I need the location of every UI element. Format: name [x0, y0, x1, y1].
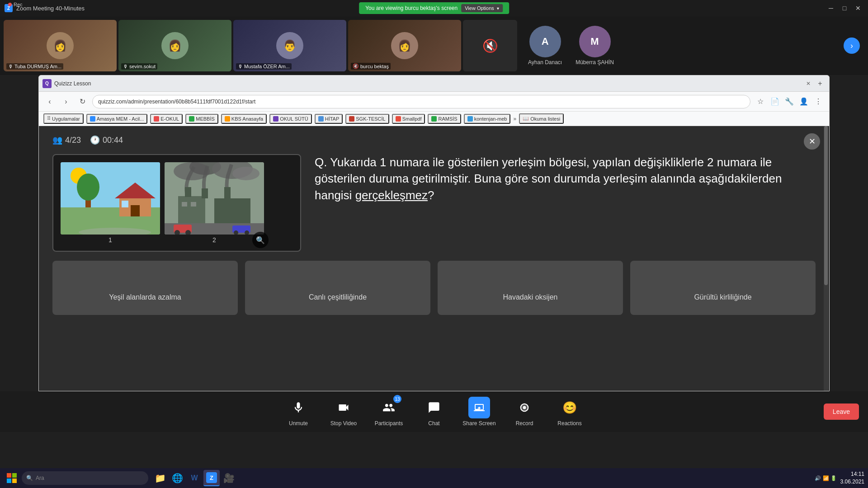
svg-rect-20: [182, 202, 187, 206]
taskbar-word[interactable]: W: [186, 470, 203, 486]
system-clock: 14:11 3.06.2021: [840, 470, 864, 486]
system-time: 14:11: [851, 470, 864, 478]
scrollbar-track[interactable]: [824, 126, 828, 391]
chat-label: Chat: [428, 420, 439, 427]
bookmark-mebbis[interactable]: MEBBİS: [185, 114, 218, 124]
bookmark-eokul[interactable]: E-OKUL: [150, 114, 183, 124]
stop-video-control[interactable]: Stop Video: [326, 397, 362, 427]
quiz-close-button[interactable]: ✕: [804, 133, 820, 150]
windows-start-button[interactable]: [4, 470, 20, 486]
chevron-down-icon: ▾: [497, 6, 499, 11]
participant-name-sevim: 🎙 sevim.sokut: [121, 63, 157, 70]
avatar-area: A Ayhan Danacı M Müberra ŞAHİN: [519, 26, 842, 66]
rec-dot: [8, 3, 12, 6]
participants-badge: 13: [393, 395, 401, 403]
answer-card-3[interactable]: Havadaki oksijen: [438, 261, 623, 315]
participant-name-mustafa: 🎙 Mustafa ÖZER Am...: [236, 63, 292, 70]
zoom-bottom-bar: Unmute Stop Video 13 Participants Chat: [0, 391, 868, 432]
bookmark-kbs[interactable]: KBS Anasayfa: [221, 114, 267, 124]
taskbar-browser[interactable]: 🌐: [169, 470, 185, 486]
taskbar-zoom[interactable]: Z: [203, 470, 220, 486]
stop-video-label: Stop Video: [330, 420, 357, 427]
quiz-image-section: 1: [52, 154, 301, 252]
mic-icon: 🎙: [8, 64, 13, 69]
unmute-label: Unmute: [289, 420, 308, 427]
quiz-timer: 🕐 00:44: [90, 135, 123, 145]
svg-rect-7: [131, 205, 140, 216]
reactions-icon: 😊: [559, 397, 580, 418]
browser-reload-button[interactable]: ↻: [76, 95, 89, 108]
bookmarks-bar: ⠿ Uygulamalar Amasya MEM - Acil... E-OKU…: [39, 112, 829, 126]
bookmark-icon-ramsis: [431, 116, 437, 122]
chat-icon: [423, 397, 445, 418]
record-control[interactable]: Record: [506, 397, 542, 427]
view-options-button[interactable]: View Options ▾: [461, 4, 503, 12]
svg-rect-15: [178, 196, 205, 223]
browser-menu-button[interactable]: ⋮: [812, 95, 825, 108]
bookmarks-more-button[interactable]: »: [513, 116, 516, 122]
maximize-button[interactable]: □: [839, 3, 850, 14]
bookmark-ramsis[interactable]: RAMSİS: [428, 114, 461, 124]
participants-count: 👥 4/23: [52, 135, 81, 145]
participants-control[interactable]: 13 Participants: [371, 397, 407, 427]
viewing-text: You are viewing burcu bektaş's screen: [365, 5, 458, 11]
taskbar-icons: 📁 🌐 W Z 🎥: [152, 470, 237, 486]
windows-taskbar: 🔍 Ara 📁 🌐 W Z 🎥 🔊 📶 🔋 14:11 3.06.2021: [0, 468, 868, 488]
participants-icon: 13: [378, 397, 400, 418]
reading-list-icon: 📖: [523, 116, 529, 122]
browser-address-bar[interactable]: quizziz.com/admin/presentation/60b8b5411…: [92, 95, 750, 108]
browser-profile-button[interactable]: 👤: [797, 95, 810, 108]
zoom-in-button[interactable]: 🔍: [252, 232, 269, 248]
answer-card-1[interactable]: Yeşil alanlarda azalma: [52, 261, 238, 315]
image-label-2: 2: [165, 236, 264, 244]
participants-svg-icon: [382, 401, 395, 414]
browser-new-tab-button[interactable]: +: [815, 78, 826, 89]
zoom-titlebar: Z Zoom Meeting 40-Minutes You are viewin…: [0, 0, 868, 16]
answer-card-2[interactable]: Canlı çeşitliliğinde: [245, 261, 430, 315]
browser-back-button[interactable]: ‹: [43, 95, 56, 108]
video-tile-sevim: 👩 🎙 sevim.sokut: [118, 20, 231, 71]
industrial-svg: [165, 162, 264, 235]
windows-search-bar[interactable]: 🔍 Ara: [22, 471, 148, 485]
browser-pdf-button[interactable]: 📄: [769, 95, 781, 108]
answer-text-1: Yeşil alanlarda azalma: [109, 293, 181, 301]
chat-control[interactable]: Chat: [416, 397, 452, 427]
answer-card-4[interactable]: Gürültü kirliliğinde: [630, 261, 816, 315]
nature-image: [61, 162, 160, 235]
browser-favicon-icon: Q: [42, 79, 52, 88]
browser-extensions-button[interactable]: 🔧: [783, 95, 796, 108]
quiz-content: 👥 4/23 🕐 00:44 ✕: [39, 126, 829, 391]
browser-bookmark-button[interactable]: ☆: [754, 95, 767, 108]
bookmark-amasya[interactable]: Amasya MEM - Acil...: [86, 114, 148, 124]
industrial-image: [165, 162, 264, 235]
browser-forward-button[interactable]: ›: [60, 95, 72, 108]
leave-button[interactable]: Leave: [824, 404, 859, 420]
scrollbar-thumb[interactable]: [824, 126, 828, 285]
bookmark-smallpdf[interactable]: Smallpdf: [392, 114, 425, 124]
unmute-control[interactable]: Unmute: [280, 397, 316, 427]
taskbar-camera[interactable]: 🎥: [221, 470, 237, 486]
answer-options: Yeşil alanlarda azalma Canlı çeşitliliği…: [52, 261, 816, 315]
count-text: 4/23: [65, 136, 81, 145]
taskbar-file-explorer[interactable]: 📁: [152, 470, 168, 486]
bookmark-okuma[interactable]: 📖 Okuma listesi: [519, 113, 564, 124]
bookmark-kontenjan[interactable]: kontenjan-meb: [464, 114, 511, 124]
share-screen-control[interactable]: Share Screen: [461, 397, 497, 427]
minimize-button[interactable]: ─: [826, 3, 836, 14]
stop-video-icon: [333, 397, 354, 418]
next-participant-button[interactable]: ›: [844, 38, 860, 54]
bookmark-sgk[interactable]: SGK-TESCİL: [345, 114, 389, 124]
answer-text-4: Gürültü kirliliğinde: [694, 293, 751, 301]
svg-point-31: [523, 406, 526, 409]
browser-window: Q Quizizz Lesson ✕ + ‹ › ↻ quizziz.com/a…: [38, 75, 830, 391]
reactions-control[interactable]: 😊 Reactions: [552, 397, 588, 427]
bookmark-apps[interactable]: ⠿ Uygulamalar: [43, 113, 84, 124]
close-button[interactable]: ✕: [853, 3, 863, 14]
window-controls: ─ □ ✕: [826, 3, 863, 14]
browser-tab-close-button[interactable]: ✕: [805, 80, 812, 87]
svg-rect-33: [12, 473, 17, 478]
svg-rect-17: [185, 187, 191, 197]
bookmark-hitap[interactable]: HİTAP: [315, 114, 343, 124]
svg-rect-21: [191, 202, 196, 206]
bookmark-okulsutsu[interactable]: OKUL SÜTÜ: [269, 114, 312, 124]
